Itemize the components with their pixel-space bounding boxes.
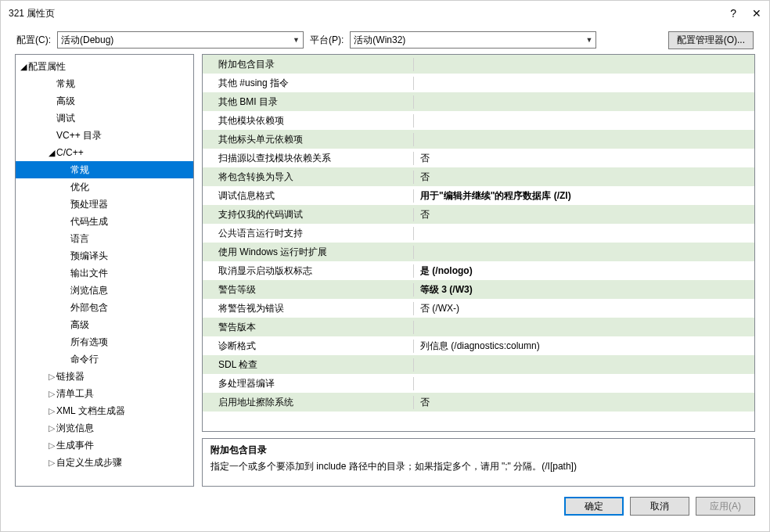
- property-label: 警告版本: [203, 321, 414, 334]
- property-label: 扫描源以查找模块依赖关系: [203, 152, 414, 165]
- tree-item[interactable]: 常规: [16, 161, 193, 178]
- property-label: 公共语言运行时支持: [203, 227, 414, 240]
- nav-tree[interactable]: ◢配置属性常规高级调试VC++ 目录◢C/C++常规优化预处理器代码生成语言预编…: [15, 54, 194, 487]
- config-manager-button[interactable]: 配置管理器(O)...: [668, 31, 754, 49]
- description-body: 指定一个或多个要添加到 include 路径中的目录；如果指定多个，请用 ";"…: [210, 460, 747, 473]
- property-label: 启用地址擦除系统: [203, 396, 414, 409]
- property-row[interactable]: 其他 #using 指令: [203, 74, 754, 92]
- property-label: 将警告视为错误: [203, 302, 414, 315]
- tree-item[interactable]: 所有选项: [16, 333, 193, 350]
- triangle-right-icon: ▷: [47, 458, 56, 468]
- platform-combo[interactable]: 活动(Win32) ▼: [350, 31, 596, 49]
- property-row[interactable]: 其他 BMI 目录: [203, 92, 754, 111]
- property-row[interactable]: SDL 检查: [203, 355, 754, 374]
- property-row[interactable]: 启用地址擦除系统否: [203, 393, 754, 412]
- property-label: 其他 #using 指令: [203, 77, 414, 90]
- property-row[interactable]: 其他标头单元依赖项: [203, 130, 754, 149]
- tree-item[interactable]: 调试: [16, 110, 193, 127]
- config-label: 配置(C):: [16, 34, 51, 47]
- tree-item[interactable]: 语言: [16, 230, 193, 247]
- property-label: 调试信息格式: [203, 189, 414, 203]
- property-row[interactable]: 支持仅我的代码调试否: [203, 205, 754, 224]
- triangle-right-icon: ▷: [47, 389, 56, 399]
- tree-item[interactable]: VC++ 目录: [16, 127, 193, 144]
- tree-item[interactable]: 预处理器: [16, 196, 193, 213]
- tree-item[interactable]: ▷生成事件: [16, 437, 193, 454]
- toolbar: 配置(C): 活动(Debug) ▼ 平台(P): 活动(Win32) ▼ 配置…: [1, 26, 769, 54]
- property-label: 其他 BMI 目录: [203, 95, 414, 109]
- property-label: 附加包含目录: [203, 58, 414, 71]
- ok-button[interactable]: 确定: [564, 497, 624, 516]
- property-value[interactable]: 是 (/nologo): [414, 264, 754, 278]
- property-row[interactable]: 警告等级等级 3 (/W3): [203, 280, 754, 299]
- close-icon[interactable]: ✕: [752, 7, 761, 20]
- tree-item[interactable]: 高级: [16, 316, 193, 333]
- triangle-down-icon: ◢: [19, 62, 28, 72]
- property-label: 诊断格式: [203, 340, 414, 353]
- triangle-right-icon: ▷: [47, 423, 56, 433]
- property-pages-dialog: 321 属性页 ? ✕ 配置(C): 活动(Debug) ▼ 平台(P): 活动…: [0, 0, 770, 532]
- apply-button[interactable]: 应用(A): [696, 497, 755, 516]
- property-value[interactable]: 否: [414, 152, 754, 165]
- property-value[interactable]: 否: [414, 208, 754, 221]
- property-row[interactable]: 使用 Windows 运行时扩展: [203, 243, 754, 261]
- property-label: 取消显示启动版权标志: [203, 264, 414, 278]
- tree-item[interactable]: ▷链接器: [16, 368, 193, 385]
- property-row[interactable]: 扫描源以查找模块依赖关系否: [203, 149, 754, 167]
- property-value[interactable]: 否: [414, 396, 754, 409]
- tree-item[interactable]: 浏览信息: [16, 282, 193, 299]
- property-label: 其他标头单元依赖项: [203, 133, 414, 146]
- triangle-right-icon: ▷: [47, 406, 56, 416]
- property-row[interactable]: 警告版本: [203, 318, 754, 336]
- tree-item[interactable]: 代码生成: [16, 213, 193, 230]
- property-value[interactable]: 等级 3 (/W3): [414, 283, 754, 297]
- description-panel: 附加包含目录 指定一个或多个要添加到 include 路径中的目录；如果指定多个…: [202, 438, 755, 487]
- tree-item[interactable]: 高级: [16, 92, 193, 110]
- chevron-down-icon: ▼: [585, 36, 592, 44]
- tree-item[interactable]: ▷XML 文档生成器: [16, 402, 193, 419]
- tree-item[interactable]: ◢C/C++: [16, 144, 193, 161]
- tree-item[interactable]: 输出文件: [16, 264, 193, 282]
- property-label: 其他模块依赖项: [203, 114, 414, 128]
- cancel-button[interactable]: 取消: [630, 497, 689, 516]
- property-row[interactable]: 将包含转换为导入否: [203, 167, 754, 186]
- description-title: 附加包含目录: [210, 444, 747, 457]
- help-icon[interactable]: ?: [730, 7, 736, 20]
- triangle-right-icon: ▷: [47, 440, 56, 451]
- property-row[interactable]: 调试信息格式用于"编辑并继续"的程序数据库 (/ZI): [203, 186, 754, 205]
- tree-item[interactable]: ▷自定义生成步骤: [16, 454, 193, 471]
- window-title: 321 属性页: [9, 7, 730, 20]
- property-label: 将包含转换为导入: [203, 171, 414, 184]
- property-label: 警告等级: [203, 283, 414, 297]
- property-row[interactable]: 其他模块依赖项: [203, 111, 754, 130]
- tree-root[interactable]: ◢配置属性: [16, 58, 193, 75]
- triangle-right-icon: ▷: [47, 372, 56, 382]
- config-combo[interactable]: 活动(Debug) ▼: [57, 31, 304, 49]
- property-row[interactable]: 附加包含目录: [203, 55, 754, 74]
- footer: 确定 取消 应用(A): [1, 487, 769, 526]
- property-row[interactable]: 将警告视为错误否 (/WX-): [203, 299, 754, 318]
- property-row[interactable]: 公共语言运行时支持: [203, 224, 754, 243]
- tree-item[interactable]: 常规: [16, 75, 193, 92]
- property-label: SDL 检查: [203, 358, 414, 372]
- property-value[interactable]: 否 (/WX-): [414, 302, 754, 315]
- property-value[interactable]: 用于"编辑并继续"的程序数据库 (/ZI): [414, 189, 754, 203]
- property-row[interactable]: 取消显示启动版权标志是 (/nologo): [203, 261, 754, 280]
- property-label: 支持仅我的代码调试: [203, 208, 414, 221]
- property-label: 使用 Windows 运行时扩展: [203, 246, 414, 259]
- triangle-down-icon: ◢: [47, 148, 56, 158]
- property-value[interactable]: 列信息 (/diagnostics:column): [414, 340, 754, 353]
- property-value[interactable]: 否: [414, 171, 754, 184]
- property-grid[interactable]: 附加包含目录其他 #using 指令其他 BMI 目录其他模块依赖项其他标头单元…: [202, 54, 755, 432]
- tree-item[interactable]: ▷浏览信息: [16, 419, 193, 437]
- tree-item[interactable]: ▷清单工具: [16, 385, 193, 402]
- property-row[interactable]: 多处理器编译: [203, 374, 754, 393]
- property-row[interactable]: 诊断格式列信息 (/diagnostics:column): [203, 336, 754, 355]
- chevron-down-icon: ▼: [293, 36, 300, 44]
- tree-item[interactable]: 外部包含: [16, 299, 193, 316]
- tree-item[interactable]: 预编译头: [16, 247, 193, 264]
- titlebar: 321 属性页 ? ✕: [1, 1, 769, 26]
- tree-item[interactable]: 优化: [16, 178, 193, 196]
- platform-label: 平台(P):: [310, 34, 344, 47]
- tree-item[interactable]: 命令行: [16, 350, 193, 368]
